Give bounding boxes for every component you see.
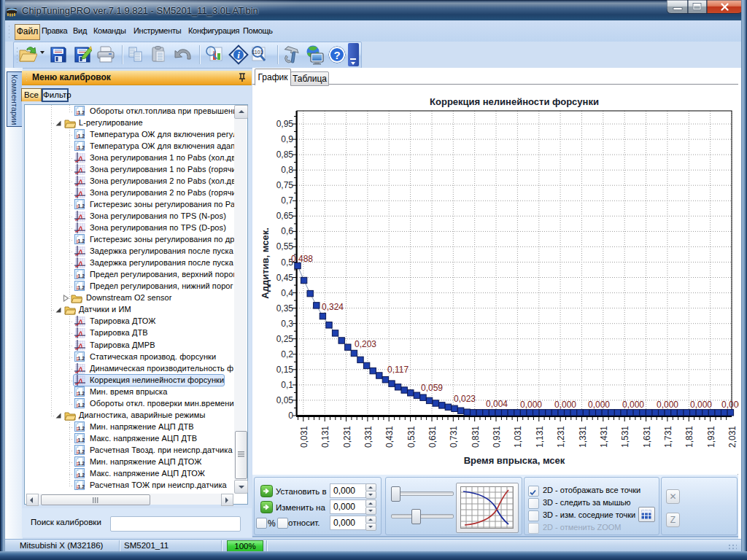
svg-text:0,331: 0,331: [363, 426, 374, 448]
svg-text:0,931: 0,931: [492, 426, 502, 448]
svg-text:0,631: 0,631: [427, 426, 438, 448]
svg-text:0,85: 0,85: [276, 149, 294, 160]
svg-text:0,7: 0,7: [281, 195, 293, 206]
svg-text:1,931: 1,931: [706, 426, 716, 448]
svg-text:1,631: 1,631: [642, 426, 652, 448]
svg-text:0,8: 0,8: [281, 165, 293, 175]
svg-text:0,131: 0,131: [320, 426, 330, 448]
svg-text:0,117: 0,117: [387, 365, 409, 375]
svg-text:0,031: 0,031: [299, 426, 309, 448]
svg-text:1.2: 1.2: [77, 426, 85, 431]
svg-text:1.2: 1.2: [77, 438, 85, 443]
svg-text:1.2: 1.2: [77, 110, 85, 115]
svg-text:0,731: 0,731: [449, 426, 459, 448]
svg-text:1.2: 1.2: [77, 133, 85, 139]
svg-text:1,731: 1,731: [663, 426, 673, 448]
svg-text:0,059: 0,059: [421, 383, 443, 393]
svg-text:0: 0: [288, 411, 293, 421]
svg-text:0,2: 0,2: [281, 349, 293, 359]
svg-text:?: ?: [333, 49, 340, 61]
svg-text:1.2: 1.2: [77, 356, 85, 361]
svg-text:1.2: 1.2: [77, 238, 85, 244]
svg-text:1.2: 1.2: [77, 273, 85, 279]
svg-text:0,531: 0,531: [406, 426, 417, 448]
svg-text:1101: 1101: [252, 50, 263, 55]
svg-text:0,05: 0,05: [276, 395, 294, 405]
svg-text:0,4: 0,4: [281, 288, 293, 298]
svg-text:0,25: 0,25: [276, 334, 294, 344]
svg-text:0,95: 0,95: [276, 119, 294, 129]
svg-text:0,000: 0,000: [622, 400, 644, 410]
svg-text:0,203: 0,203: [355, 339, 376, 349]
svg-text:0,488: 0,488: [291, 254, 313, 264]
svg-text:0,231: 0,231: [342, 426, 352, 448]
svg-text:0,55: 0,55: [276, 241, 294, 252]
svg-text:1.2: 1.2: [77, 145, 85, 150]
svg-text:0,000: 0,000: [721, 400, 739, 410]
svg-text:0,004: 0,004: [486, 399, 508, 409]
svg-text:1,831: 1,831: [684, 426, 694, 448]
svg-text:0,831: 0,831: [471, 426, 481, 448]
svg-text:0,1: 0,1: [281, 380, 293, 390]
svg-text:1.2: 1.2: [77, 203, 85, 209]
svg-text:0,000: 0,000: [554, 400, 576, 410]
svg-text:1.2: 1.2: [77, 402, 85, 408]
svg-text:0,6: 0,6: [281, 226, 293, 236]
svg-text:0,65: 0,65: [276, 211, 294, 221]
svg-text:0,45: 0,45: [276, 273, 294, 283]
svg-text:0,000: 0,000: [588, 400, 610, 410]
svg-text:Коррекция нелинейности форсунк: Коррекция нелинейности форсунки: [430, 96, 599, 107]
svg-text:0,000: 0,000: [657, 400, 678, 410]
svg-text:0,75: 0,75: [276, 180, 294, 190]
svg-text:Аддитив, мсек.: Аддитив, мсек.: [260, 228, 271, 298]
svg-text:1.2: 1.2: [77, 472, 85, 478]
svg-text:0,000: 0,000: [690, 400, 712, 410]
svg-text:1,531: 1,531: [620, 426, 630, 448]
svg-text:i: i: [237, 50, 240, 61]
svg-text:1,331: 1,331: [578, 426, 588, 448]
svg-text:2,031: 2,031: [727, 426, 738, 448]
svg-text:1.2: 1.2: [77, 484, 85, 489]
svg-text:0,000: 0,000: [520, 400, 542, 410]
svg-text:0,9: 0,9: [281, 134, 293, 144]
svg-text:0,3: 0,3: [281, 319, 293, 329]
svg-text:1.2: 1.2: [77, 449, 85, 454]
svg-text:1,431: 1,431: [599, 426, 609, 448]
svg-text:1,031: 1,031: [513, 426, 523, 448]
svg-text:0,023: 0,023: [454, 394, 476, 404]
svg-text:1.2: 1.2: [77, 461, 85, 466]
svg-text:0,324: 0,324: [322, 302, 344, 312]
svg-text:0,431: 0,431: [384, 426, 395, 448]
svg-text:1.2: 1.2: [77, 391, 85, 396]
svg-text:0,15: 0,15: [276, 365, 294, 375]
svg-text:1,231: 1,231: [556, 426, 566, 448]
svg-text:1,131: 1,131: [535, 426, 545, 448]
svg-text:Время впрыска, мсек: Время впрыска, мсек: [464, 455, 565, 466]
svg-text:0,35: 0,35: [276, 303, 294, 314]
svg-text:1.2: 1.2: [77, 285, 85, 290]
